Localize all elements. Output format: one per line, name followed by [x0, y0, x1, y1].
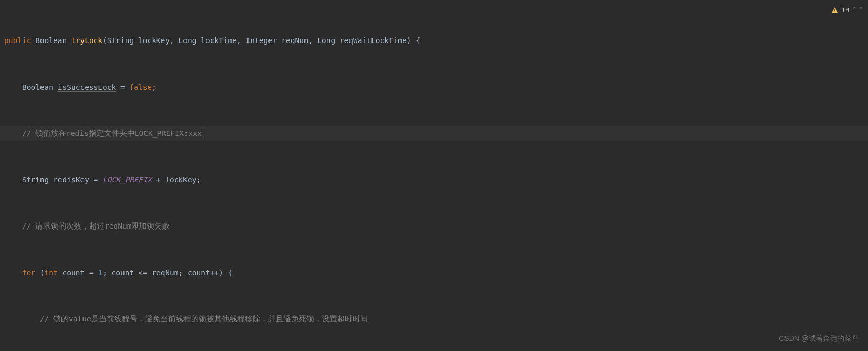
code-line[interactable]: for (int count = 1; count <= reqNum; cou… — [0, 265, 868, 280]
param-type: String — [107, 36, 134, 45]
loop-var: count — [63, 269, 85, 277]
warning-count: 14 — [841, 3, 850, 17]
chevron-up-icon[interactable]: ˄ — [853, 3, 857, 17]
keyword-false: false — [129, 83, 152, 91]
caret — [202, 128, 202, 137]
operator: + — [156, 176, 161, 184]
type-boolean: Boolean — [22, 83, 53, 91]
keyword-for: for — [22, 269, 35, 277]
loop-var: count — [188, 269, 210, 277]
chevron-down-icon[interactable]: ˅ — [859, 3, 864, 17]
type-boolean: Boolean — [35, 36, 67, 45]
code-editor[interactable]: public Boolean tryLock(String lockKey, L… — [0, 0, 868, 351]
loop-var: count — [112, 269, 134, 277]
type-string: String — [22, 176, 49, 184]
code-line[interactable]: public Boolean tryLock(String lockKey, L… — [0, 33, 868, 48]
local-var: redisKey — [53, 176, 89, 184]
code-line-current[interactable]: // 锁值放在redis指定文件夹中LOCK_PREFIX:xxx — [0, 126, 868, 141]
identifier: reqNum — [152, 269, 178, 277]
comment: // 锁值放在redis指定文件夹中LOCK_PREFIX:xxx — [22, 129, 202, 137]
keyword-public: public — [4, 36, 31, 45]
param-name: reqNum — [281, 36, 308, 45]
param-name: lockTime — [201, 36, 237, 45]
param-type: Long — [317, 36, 335, 45]
code-line[interactable]: // 锁的value是当前线程号，避免当前线程的锁被其他线程移除，并且避免死锁，… — [0, 311, 868, 326]
param-type: Long — [179, 36, 197, 45]
number: 1 — [98, 269, 102, 277]
inspection-warning-badge[interactable]: 14 — [831, 3, 850, 17]
svg-rect-0 — [835, 9, 835, 11]
watermark: CSDN @试着奔跑的菜鸟 — [779, 331, 859, 346]
warning-triangle-icon — [831, 7, 838, 14]
code-line[interactable]: String redisKey = LOCK_PREFIX + lockKey; — [0, 172, 868, 188]
method-name: tryLock — [71, 36, 102, 45]
code-line[interactable]: // 请求锁的次数，超过reqNum即加锁失败 — [0, 218, 868, 234]
param-name: lockKey — [138, 36, 170, 45]
code-line[interactable]: Boolean isSuccessLock = false; — [0, 79, 868, 95]
param-name: reqWaitLockTime — [340, 36, 407, 45]
keyword-int: int — [45, 269, 58, 277]
local-var: isSuccessLock — [58, 83, 116, 91]
param-type: Integer — [245, 36, 277, 45]
inspection-nav[interactable]: ˄ ˅ — [853, 3, 864, 17]
comment: // 请求锁的次数，超过reqNum即加锁失败 — [22, 222, 170, 230]
comment: // 锁的value是当前线程号，避免当前线程的锁被其他线程移除，并且避免死锁，… — [40, 315, 368, 323]
svg-rect-1 — [835, 11, 835, 12]
identifier: lockKey — [165, 176, 196, 184]
constant: LOCK_PREFIX — [102, 176, 152, 184]
